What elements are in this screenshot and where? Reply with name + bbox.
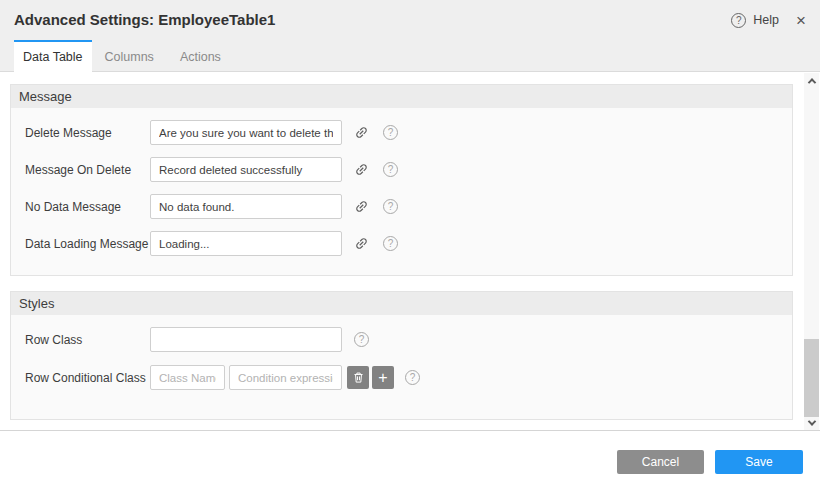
message-section-title: Message [11,85,792,108]
message-section: Message Delete Message ? Message On Dele… [10,84,793,276]
message-on-delete-row: Message On Delete ? [25,157,792,182]
chevron-up-icon [807,78,815,86]
data-loading-message-input[interactable] [150,231,342,256]
tab-data-table[interactable]: Data Table [14,40,92,72]
help-icon[interactable]: ? [383,236,398,251]
help-icon[interactable]: ? [383,199,398,214]
data-loading-message-label: Data Loading Message [25,237,150,251]
row-conditional-class-label: Row Conditional Class [25,371,150,385]
save-button[interactable]: Save [715,450,803,474]
link-icon[interactable] [353,162,369,178]
scroll-up-button[interactable] [804,73,819,88]
tab-actions[interactable]: Actions [167,40,234,72]
row-class-row: Row Class ? [25,327,792,352]
help-icon[interactable]: ? [731,13,746,28]
no-data-message-label: No Data Message [25,200,150,214]
message-on-delete-input[interactable] [150,157,342,182]
help-link[interactable]: Help [753,13,779,27]
conditional-expression-input[interactable] [229,365,342,390]
help-icon[interactable]: ? [383,162,398,177]
advanced-settings-dialog: Advanced Settings: EmployeeTable1 ? Help… [0,0,820,486]
dialog-header: Advanced Settings: EmployeeTable1 ? Help… [0,0,820,40]
scrollbar-thumb[interactable] [804,339,819,417]
help-icon[interactable]: ? [383,125,398,140]
styles-section: Styles Row Class ? Row Conditional Class [10,291,793,420]
link-icon[interactable] [353,125,369,141]
vertical-scrollbar[interactable] [804,73,819,430]
row-conditional-class-row: Row Conditional Class + ? [25,365,792,390]
conditional-class-name-input[interactable] [150,365,225,390]
delete-message-label: Delete Message [25,126,150,140]
styles-section-title: Styles [11,292,792,315]
header-actions: ? Help × [731,0,806,40]
tab-columns[interactable]: Columns [92,40,167,72]
dialog-footer: Cancel Save [0,432,820,486]
link-icon[interactable] [353,199,369,215]
trash-icon [352,371,365,384]
message-on-delete-label: Message On Delete [25,163,150,177]
no-data-message-input[interactable] [150,194,342,219]
close-icon[interactable]: × [796,12,806,29]
delete-message-row: Delete Message ? [25,120,792,145]
link-icon[interactable] [353,236,369,252]
tab-bar: Data Table Columns Actions [0,40,820,72]
dialog-title: Advanced Settings: EmployeeTable1 [14,0,275,40]
no-data-message-row: No Data Message ? [25,194,792,219]
delete-conditional-class-button[interactable] [347,366,369,389]
scroll-down-button[interactable] [804,415,819,430]
chevron-down-icon [807,417,815,425]
add-conditional-class-button[interactable]: + [372,366,394,389]
help-icon[interactable]: ? [405,370,420,385]
row-class-input[interactable] [150,327,342,352]
cancel-button[interactable]: Cancel [617,450,704,474]
data-loading-message-row: Data Loading Message ? [25,231,792,256]
delete-message-input[interactable] [150,120,342,145]
row-class-label: Row Class [25,333,150,347]
help-icon[interactable]: ? [354,332,369,347]
tab-content-panel: Message Delete Message ? Message On Dele… [0,72,820,431]
